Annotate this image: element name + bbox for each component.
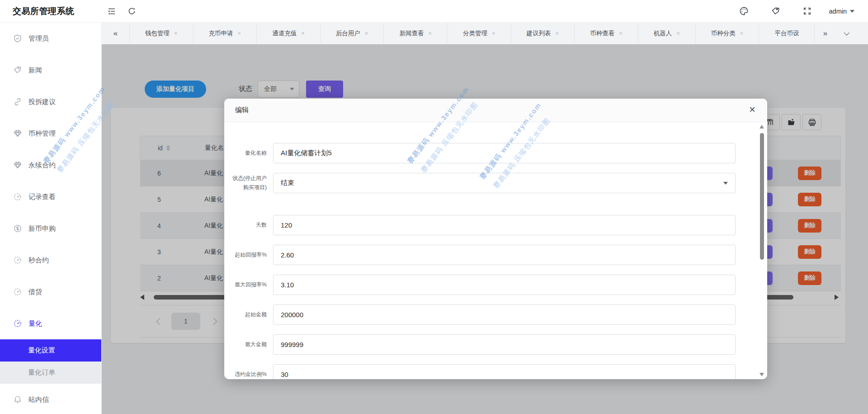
field-label: 状态(停止用户购买项目)	[228, 174, 267, 191]
tab-bar: « 钱包管理× 充币申请× 通道充值× 后台用户× 新闻查看× 分类管理× 建议…	[102, 23, 868, 44]
start-return-rate-input[interactable]: 2.60	[273, 245, 736, 265]
dialog-scrollbar[interactable]	[759, 125, 765, 376]
palette-icon	[739, 6, 749, 16]
days-input[interactable]: 120	[273, 215, 736, 235]
sidebar-item-perpetual[interactable]: 永续合约	[0, 149, 101, 181]
scroll-down-arrow-icon[interactable]	[760, 373, 764, 376]
field-label: 起始回报率%	[228, 251, 267, 259]
scroll-up-arrow-icon[interactable]	[760, 125, 764, 128]
sidebar-collapse-button[interactable]	[102, 0, 122, 23]
quant-submenu: 量化设置 量化订单	[0, 339, 101, 384]
gem-icon	[14, 161, 22, 169]
max-return-rate-input[interactable]: 3.10	[273, 275, 736, 295]
close-icon[interactable]: ×	[301, 30, 305, 37]
sidebar-item-news[interactable]: 新闻	[0, 54, 101, 86]
field-label: 天数	[228, 221, 267, 229]
tab-suggestion-list[interactable]: 建议列表×	[511, 23, 575, 44]
sidebar-item-label: 投拆建议	[28, 98, 56, 106]
sidebar-item-label: 站内信	[28, 395, 49, 404]
tag-button[interactable]	[766, 0, 786, 23]
edit-dialog: 编辑 × 量化名称 AI量化储蓄计划5 状态(停止用户购买项目) 结束 天数 1…	[224, 99, 767, 379]
tabs-scroll-right-button[interactable]: »	[815, 23, 835, 44]
close-icon[interactable]: ×	[174, 30, 178, 37]
tab-category-manage[interactable]: 分类管理×	[448, 23, 511, 44]
close-icon[interactable]: ×	[676, 30, 680, 37]
dialog-title: 编辑	[235, 106, 249, 114]
tab-coin-view[interactable]: 币种查看×	[575, 23, 638, 44]
app-window: 交易所管理系统	[0, 0, 868, 414]
sidebar-item-label: 币种管理	[28, 129, 56, 138]
sidebar-item-label: 管理员	[28, 34, 49, 43]
form-row: 状态(停止用户购买项目) 结束	[228, 173, 736, 193]
refresh-button[interactable]	[122, 0, 142, 23]
theme-button[interactable]	[734, 0, 754, 23]
sidebar-item-lending[interactable]: 借贷	[0, 276, 101, 308]
bell-icon	[14, 395, 22, 404]
tab-wallet[interactable]: 钱包管理×	[130, 23, 193, 44]
sidebar-item-label: 记录查看	[28, 193, 56, 201]
submenu-item-quant-orders[interactable]: 量化订单	[0, 362, 101, 384]
collapse-menu-icon	[107, 7, 116, 16]
sidebar-item-messages[interactable]: 站内信	[0, 384, 101, 414]
tab-coin-category[interactable]: 币种分类×	[696, 23, 760, 44]
close-icon[interactable]: ×	[365, 30, 368, 37]
fullscreen-button[interactable]	[797, 0, 817, 23]
user-menu[interactable]: admin	[829, 8, 855, 15]
tab-deposit-apply[interactable]: 充币申请×	[193, 23, 257, 44]
close-icon[interactable]: ×	[556, 30, 559, 37]
status-select[interactable]: 结束	[273, 173, 736, 193]
sidebar-item-coin-manage[interactable]: 币种管理	[0, 118, 101, 149]
sidebar-item-label: 秒合约	[28, 256, 49, 265]
close-icon[interactable]: ×	[492, 30, 495, 37]
submenu-item-label: 量化设置	[28, 346, 55, 355]
gauge-icon	[14, 319, 22, 328]
submenu-item-quant-settings[interactable]: 量化设置	[0, 339, 101, 362]
field-label: 违约金比例%	[228, 370, 267, 379]
tab-channel-deposit[interactable]: 通道充值×	[257, 23, 321, 44]
gauge-icon	[14, 193, 22, 201]
chevron-down-icon	[723, 182, 728, 185]
tab-backend-users[interactable]: 后台用户×	[321, 23, 384, 44]
dialog-body: 量化名称 AI量化储蓄计划5 状态(停止用户购买项目) 结束 天数 120 起始…	[224, 122, 767, 379]
sidebar-item-suggestions[interactable]: 投拆建议	[0, 86, 101, 118]
sidebar-item-records[interactable]: 记录查看	[0, 181, 101, 213]
chevron-down-icon	[850, 10, 854, 13]
sidebar-item-label: 借贷	[28, 288, 42, 296]
start-amount-input[interactable]: 200000	[273, 305, 736, 325]
username: admin	[829, 8, 847, 15]
close-icon[interactable]: ×	[619, 30, 623, 37]
shield-check-icon	[14, 34, 22, 43]
penalty-rate-input[interactable]: 30	[273, 364, 736, 379]
close-icon[interactable]: ×	[740, 30, 744, 37]
max-amount-input[interactable]: 999999	[273, 334, 736, 355]
tabs-scroll-left-button[interactable]: «	[102, 23, 130, 44]
dialog-close-button[interactable]: ×	[749, 104, 755, 115]
sidebar-item-admin[interactable]: 管理员	[0, 23, 101, 54]
field-label: 最大回报率%	[228, 281, 267, 289]
submenu-item-label: 量化订单	[28, 368, 55, 377]
sidebar-item-quant[interactable]: 量化	[0, 308, 101, 339]
sidebar-item-new-coin[interactable]: 新币申购	[0, 213, 101, 244]
scrollbar-thumb[interactable]	[760, 133, 764, 260]
header-actions: admin	[734, 0, 868, 23]
chevron-down-icon	[844, 30, 849, 36]
close-icon[interactable]: ×	[238, 30, 241, 37]
form-row: 违约金比例% 30	[228, 364, 736, 379]
tab-platform-coin[interactable]: 平台币设	[759, 23, 815, 44]
quant-name-input[interactable]: AI量化储蓄计划5	[273, 143, 736, 163]
tabs-dropdown-button[interactable]	[835, 23, 856, 44]
gauge-icon	[14, 288, 22, 296]
form-row: 最大金额 999999	[228, 334, 736, 355]
app-title: 交易所管理系统	[0, 5, 102, 17]
close-icon[interactable]: ×	[428, 30, 432, 37]
sidebar-item-label: 量化	[28, 319, 42, 328]
tab-robot[interactable]: 机器人×	[638, 23, 696, 44]
tag-icon	[771, 7, 780, 16]
gauge-icon	[14, 256, 22, 264]
sidebar-item-label: 新闻	[28, 66, 42, 75]
tab-news-view[interactable]: 新闻查看×	[384, 23, 448, 44]
sidebar-item-second-contract[interactable]: 秒合约	[0, 244, 101, 276]
dialog-header: 编辑	[224, 99, 767, 122]
form-row: 天数 120	[228, 215, 736, 235]
sidebar-item-label: 永续合约	[28, 161, 56, 170]
